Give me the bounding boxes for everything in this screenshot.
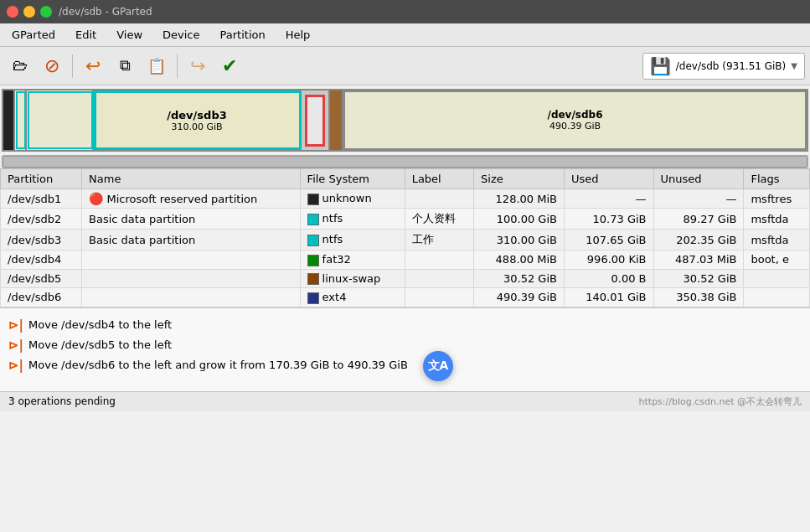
partition-table: Partition Name File System Label Size Us… — [0, 168, 810, 307]
cell-used: 107.65 GiB — [564, 230, 653, 251]
undo-button[interactable]: ↩ — [78, 51, 108, 81]
sdb6-segment[interactable]: /dev/sdb6 490.39 GiB — [343, 90, 807, 150]
minimize-button[interactable] — [23, 6, 35, 18]
table-row[interactable]: /dev/sdb6ext4490.39 GiB140.01 GiB350.38 … — [1, 288, 810, 307]
separator-1 — [72, 54, 73, 78]
menu-view[interactable]: View — [108, 26, 151, 44]
sdb3-label: /dev/sdb3 — [167, 109, 227, 121]
cell-unused: — — [653, 189, 744, 209]
cell-flags: msftres — [744, 189, 810, 209]
sdb3-segment[interactable]: /dev/sdb3 310.00 GiB — [94, 90, 302, 150]
apply-button[interactable]: ✔ — [214, 51, 245, 81]
disk-icon: 💾 — [650, 56, 671, 76]
cell-unused: 487.03 MiB — [653, 251, 744, 270]
cell-name — [82, 269, 301, 288]
table-row[interactable]: /dev/sdb2Basic data partitionntfs个人资料100… — [1, 209, 810, 230]
cell-filesystem: ntfs — [300, 209, 405, 230]
cell-label: 工作 — [405, 230, 473, 251]
separator-2 — [177, 54, 178, 78]
status-text: 3 operations pending — [8, 395, 116, 407]
col-partition[interactable]: Partition — [1, 169, 82, 189]
table-row[interactable]: /dev/sdb1🔴 Microsoft reserved partitionu… — [1, 189, 810, 209]
horizontal-scrollbar[interactable] — [2, 155, 808, 168]
cell-used: — — [564, 189, 653, 209]
cell-size: 100.00 GiB — [474, 209, 565, 230]
op-arrow-icon-1: ⊳| — [8, 318, 23, 333]
cell-filesystem: ext4 — [300, 288, 405, 307]
menu-device[interactable]: Device — [154, 26, 208, 44]
partition-visual-bar[interactable]: /dev/sdb3 310.00 GiB /dev/sdb6 490.39 Gi… — [2, 89, 808, 152]
cell-flags: msftda — [744, 209, 810, 230]
watermark: https://blog.csdn.net @不太会转弯儿 — [639, 395, 802, 408]
cell-used: 996.00 KiB — [564, 251, 653, 270]
cell-label — [405, 251, 473, 270]
titlebar: /dev/sdb - GParted — [0, 0, 810, 23]
cell-used: 10.73 GiB — [564, 209, 653, 230]
chevron-down-icon: ▼ — [791, 61, 797, 70]
copy-button[interactable]: ⧉ — [110, 51, 140, 81]
cancel-button[interactable]: ⊘ — [37, 51, 67, 81]
window-controls[interactable] — [7, 6, 52, 18]
cell-size: 30.52 GiB — [474, 269, 565, 288]
cell-filesystem: linux-swap — [300, 269, 405, 288]
cell-partition: /dev/sdb6 — [1, 288, 82, 307]
cell-name — [82, 288, 301, 307]
menu-partition[interactable]: Partition — [212, 26, 274, 44]
cell-unused: 350.38 GiB — [653, 288, 744, 307]
copy-icon: ⧉ — [120, 57, 131, 75]
table-row[interactable]: /dev/sdb3Basic data partitionntfs工作310.0… — [1, 230, 810, 251]
fs-color-swatch — [307, 235, 319, 246]
device-selector[interactable]: 💾 /dev/sdb (931.51 GiB) ▼ — [642, 53, 805, 80]
menu-help[interactable]: Help — [277, 26, 319, 44]
op-arrow-icon-3: ⊳| — [8, 358, 23, 373]
col-filesystem[interactable]: File System — [300, 169, 405, 189]
cell-partition: /dev/sdb1 — [1, 189, 82, 209]
cell-flags: boot, e — [744, 251, 810, 270]
cell-partition: /dev/sdb5 — [1, 269, 82, 288]
apply-icon: ✔ — [222, 55, 237, 77]
sdb2-segment[interactable] — [27, 90, 94, 150]
open-icon: 🗁 — [13, 57, 28, 75]
menu-gparted[interactable]: GParted — [3, 26, 64, 44]
cancel-icon: ⊘ — [44, 55, 59, 77]
operation-item-1: ⊳| Move /dev/sdb4 to the left — [8, 315, 802, 335]
paste-icon: 📋 — [147, 57, 166, 75]
cell-label: 个人资料 — [405, 209, 473, 230]
col-name[interactable]: Name — [82, 169, 301, 189]
op-text-3: Move /dev/sdb6 to the left and grow it f… — [28, 359, 408, 371]
sdb5-segment[interactable] — [330, 90, 343, 150]
col-flags[interactable]: Flags — [744, 169, 810, 189]
col-size[interactable]: Size — [474, 169, 565, 189]
open-button[interactable]: 🗁 — [5, 51, 35, 81]
cell-filesystem: fat32 — [300, 251, 405, 270]
redo-button[interactable]: ↪ — [183, 51, 213, 81]
fs-color-swatch — [307, 273, 319, 285]
table-row[interactable]: /dev/sdb5linux-swap30.52 GiB0.00 B30.52 … — [1, 269, 810, 288]
operations-area: ⊳| Move /dev/sdb4 to the left ⊳| Move /d… — [0, 307, 810, 391]
menubar: GParted Edit View Device Partition Help — [0, 23, 810, 47]
unallocated-start-segment[interactable] — [3, 90, 15, 150]
cell-size: 490.39 GiB — [474, 288, 565, 307]
cell-size: 488.00 MiB — [474, 251, 565, 270]
device-label: /dev/sdb (931.51 GiB) — [676, 60, 787, 72]
close-button[interactable] — [7, 6, 18, 18]
cell-used: 140.01 GiB — [564, 288, 653, 307]
partition-table-container[interactable]: Partition Name File System Label Size Us… — [0, 168, 810, 307]
sdb4-segment[interactable] — [302, 90, 330, 150]
translate-button[interactable]: 文A — [423, 351, 453, 381]
paste-button[interactable]: 📋 — [142, 51, 172, 81]
menu-edit[interactable]: Edit — [67, 26, 105, 44]
maximize-button[interactable] — [40, 6, 52, 18]
cell-name — [82, 251, 301, 270]
scrollbar-thumb[interactable] — [3, 156, 807, 168]
sdb3-size: 310.00 GiB — [171, 121, 222, 132]
cell-used: 0.00 B — [564, 269, 653, 288]
col-label[interactable]: Label — [405, 169, 473, 189]
col-unused[interactable]: Unused — [653, 169, 744, 189]
col-used[interactable]: Used — [564, 169, 653, 189]
sdb4-inner — [305, 95, 325, 147]
cell-unused: 89.27 GiB — [653, 209, 744, 230]
table-row[interactable]: /dev/sdb4fat32488.00 MiB996.00 KiB487.03… — [1, 251, 810, 270]
cell-filesystem: ntfs — [300, 230, 405, 251]
sdb1-segment[interactable] — [15, 90, 27, 150]
